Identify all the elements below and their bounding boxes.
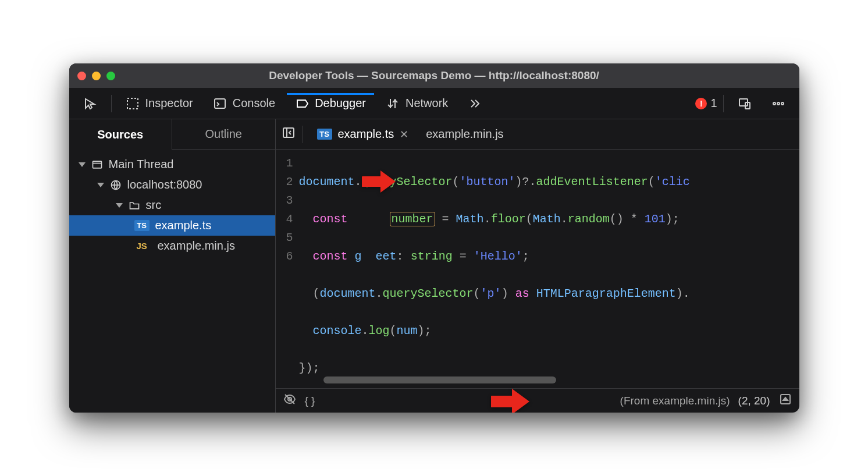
error-count: 1 <box>710 97 717 110</box>
window-icon <box>91 159 103 170</box>
line-number: 6 <box>276 247 293 266</box>
editor-pane: TS example.ts ✕ example.min.js 1 2 3 4 5… <box>276 119 799 413</box>
tree-label: Main Thread <box>109 158 174 171</box>
inspector-icon <box>126 97 140 111</box>
jump-button[interactable] <box>778 392 792 409</box>
eye-off-icon <box>283 392 297 406</box>
editor-tab-label: example.ts <box>338 127 394 141</box>
error-icon: ! <box>695 98 707 109</box>
svg-point-6 <box>781 102 784 105</box>
devices-icon <box>738 97 752 111</box>
code-editor[interactable]: 1 2 3 4 5 6 document.querySelector('butt… <box>276 150 799 388</box>
cursor-position: (2, 20) <box>738 395 770 407</box>
line-gutter: 1 2 3 4 5 6 <box>276 150 299 388</box>
titlebar: Developer Tools — Sourcemaps Demo — http… <box>69 63 799 88</box>
code-content: document.querySelector('button')?.addEve… <box>299 150 799 388</box>
inspector-label: Inspector <box>145 97 193 110</box>
jump-icon <box>778 392 792 406</box>
tree-label: example.min.js <box>158 239 235 253</box>
editor-tab-example-min-js[interactable]: example.min.js <box>419 124 510 144</box>
devtools-toolbar: Inspector Console Debugger Network ! 1 <box>69 88 799 119</box>
line-number: 3 <box>276 191 293 210</box>
svg-rect-1 <box>215 99 225 108</box>
svg-rect-7 <box>93 161 101 168</box>
pretty-print-button[interactable]: { } <box>305 395 315 407</box>
svg-rect-0 <box>127 98 138 109</box>
annotation-arrow-icon <box>491 385 532 413</box>
network-icon <box>386 97 400 111</box>
ts-badge-icon: TS <box>317 129 332 140</box>
more-tabs-button[interactable] <box>460 93 490 114</box>
cursor-icon <box>83 97 97 111</box>
kebab-menu-button[interactable] <box>763 93 794 114</box>
braces-icon: { } <box>305 395 315 407</box>
devtools-window: Developer Tools — Sourcemaps Demo — http… <box>69 63 799 413</box>
sources-tab[interactable]: Sources <box>69 119 173 150</box>
tree-main-thread[interactable]: Main Thread <box>69 154 275 175</box>
tree-folder-src[interactable]: src <box>69 195 275 215</box>
console-icon <box>213 97 227 111</box>
main-area: Sources Outline Main Thread localhost:80… <box>69 119 799 413</box>
debugger-icon <box>295 97 309 111</box>
editor-tabs-separator <box>303 126 303 143</box>
chevron-down-icon <box>97 183 104 187</box>
tree-file-example-min-js[interactable]: JS example.min.js <box>69 236 275 256</box>
debugger-tab[interactable]: Debugger <box>287 93 374 114</box>
line-number: 5 <box>276 229 293 247</box>
line-number: 2 <box>276 173 293 191</box>
annotation-arrow-icon <box>362 167 397 196</box>
maximize-window-button[interactable] <box>106 72 115 80</box>
blackbox-button[interactable] <box>283 392 297 409</box>
chevron-down-icon <box>79 162 86 167</box>
minimize-window-button[interactable] <box>92 72 101 80</box>
line-number: 4 <box>276 210 293 229</box>
svg-point-5 <box>777 102 780 105</box>
horizontal-scrollbar[interactable] <box>323 376 556 383</box>
network-tab[interactable]: Network <box>378 93 456 114</box>
console-tab[interactable]: Console <box>205 93 283 114</box>
js-badge-icon: JS <box>137 241 152 251</box>
folder-icon <box>129 200 140 211</box>
editor-tabs: TS example.ts ✕ example.min.js <box>276 119 799 150</box>
console-label: Console <box>233 97 275 110</box>
editor-tab-label: example.min.js <box>426 127 503 141</box>
chevron-double-right-icon <box>468 97 482 111</box>
dots-icon <box>771 97 785 111</box>
sourcemap-origin: (From example.min.js) <box>620 395 730 407</box>
tree-label: src <box>146 198 162 212</box>
svg-point-4 <box>773 102 775 105</box>
inspect-element-button[interactable] <box>75 93 105 114</box>
debugger-label: Debugger <box>315 97 366 110</box>
highlighted-type: number <box>390 212 435 226</box>
sidebar-tabs: Sources Outline <box>69 119 275 150</box>
tree-label: example.ts <box>155 219 212 232</box>
responsive-design-button[interactable] <box>730 93 760 114</box>
error-indicator[interactable]: ! 1 <box>695 97 717 110</box>
globe-icon <box>110 179 122 191</box>
line-number: 1 <box>276 154 293 173</box>
tree-host[interactable]: localhost:8080 <box>69 175 275 195</box>
toolbar-separator <box>111 95 112 112</box>
ts-badge-icon: TS <box>134 220 150 231</box>
sources-sidebar: Sources Outline Main Thread localhost:80… <box>69 119 276 413</box>
window-title: Developer Tools — Sourcemaps Demo — http… <box>69 69 799 82</box>
tree-file-example-ts[interactable]: TS example.ts <box>69 215 275 236</box>
editor-tab-example-ts[interactable]: TS example.ts ✕ <box>310 124 416 144</box>
inspector-tab[interactable]: Inspector <box>118 93 201 114</box>
close-tab-button[interactable]: ✕ <box>400 128 408 141</box>
toggle-sidebar-button[interactable] <box>282 126 296 143</box>
network-label: Network <box>405 97 448 110</box>
outline-tab[interactable]: Outline <box>172 119 275 150</box>
traffic-lights <box>77 72 115 80</box>
close-window-button[interactable] <box>77 72 86 80</box>
panel-left-icon <box>282 126 296 140</box>
tree-label: localhost:8080 <box>127 178 202 191</box>
editor-status-bar: { } (From example.min.js) (2, 20) <box>276 388 799 413</box>
toolbar-separator <box>723 95 724 112</box>
chevron-down-icon <box>116 203 123 208</box>
source-tree: Main Thread localhost:8080 src TS exampl… <box>69 150 275 261</box>
